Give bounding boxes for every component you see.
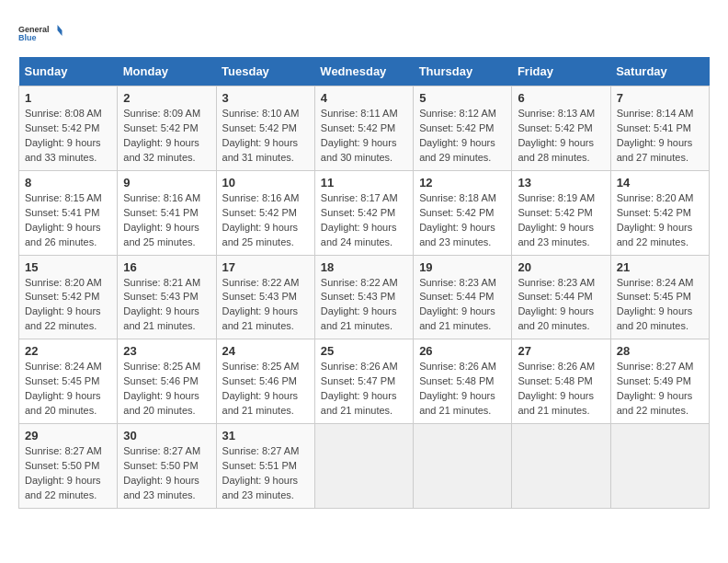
day-cell: 20 Sunrise: 8:23 AM Sunset: 5:44 PM Dayl… bbox=[512, 255, 610, 339]
sunrise-label: Sunrise: bbox=[518, 192, 557, 203]
header-wednesday: Wednesday bbox=[314, 57, 413, 86]
sunrise-value: 8:21 AM bbox=[164, 277, 200, 288]
day-cell: 30 Sunrise: 8:27 AM Sunset: 5:50 PM Dayl… bbox=[118, 424, 216, 509]
daylight-label: Daylight: bbox=[617, 137, 659, 148]
day-info: Sunrise: 8:24 AM Sunset: 5:45 PM Dayligh… bbox=[617, 276, 703, 335]
day-cell: 6 Sunrise: 8:13 AM Sunset: 5:42 PM Dayli… bbox=[512, 86, 610, 171]
sunrise-label: Sunrise: bbox=[222, 361, 262, 372]
daylight-hours: 9 hours bbox=[264, 475, 298, 486]
sunrise-value: 8:15 AM bbox=[64, 192, 101, 203]
sunrise-label: Sunrise: bbox=[123, 108, 163, 119]
daylight-label: Daylight: bbox=[222, 390, 265, 401]
sunset-label: Sunset: bbox=[518, 291, 554, 302]
daylight-hours: 9 hours bbox=[659, 222, 693, 233]
sunset-value: 5:48 PM bbox=[456, 375, 494, 386]
week-row-3: 15 Sunrise: 8:20 AM Sunset: 5:42 PM Dayl… bbox=[19, 255, 710, 339]
sunset-value: 5:41 PM bbox=[62, 207, 99, 218]
daylight-hours: 9 hours bbox=[67, 390, 101, 401]
day-cell: 3 Sunrise: 8:10 AM Sunset: 5:42 PM Dayli… bbox=[216, 86, 314, 171]
daylight-hours: 9 hours bbox=[659, 137, 693, 148]
daylight-minutes: and 20 minutes. bbox=[617, 320, 688, 331]
sunset-label: Sunset: bbox=[419, 291, 456, 302]
day-cell: 17 Sunrise: 8:22 AM Sunset: 5:43 PM Dayl… bbox=[216, 255, 314, 339]
sunrise-value: 8:22 AM bbox=[262, 277, 299, 288]
daylight-minutes: and 22 minutes. bbox=[25, 320, 97, 331]
sunrise-value: 8:22 AM bbox=[360, 277, 397, 288]
daylight-label: Daylight: bbox=[321, 390, 363, 401]
sunset-value: 5:42 PM bbox=[161, 122, 199, 133]
day-number: 15 bbox=[25, 260, 111, 274]
sunrise-label: Sunrise: bbox=[518, 108, 557, 119]
sunset-label: Sunset: bbox=[419, 375, 456, 386]
daylight-minutes: and 25 minutes. bbox=[222, 236, 294, 247]
sunset-label: Sunset: bbox=[123, 375, 160, 386]
sunrise-label: Sunrise: bbox=[321, 277, 360, 288]
sunset-value: 5:50 PM bbox=[161, 460, 199, 471]
sunrise-label: Sunrise: bbox=[123, 192, 163, 203]
day-cell: 31 Sunrise: 8:27 AM Sunset: 5:51 PM Dayl… bbox=[216, 424, 314, 509]
sunrise-label: Sunrise: bbox=[518, 361, 557, 372]
sunset-value: 5:43 PM bbox=[161, 291, 199, 302]
sunrise-value: 8:16 AM bbox=[262, 192, 299, 203]
logo-svg: General Blue bbox=[18, 18, 64, 48]
daylight-minutes: and 29 minutes. bbox=[419, 152, 491, 163]
daylight-label: Daylight: bbox=[617, 305, 659, 316]
sunset-value: 5:42 PM bbox=[259, 122, 297, 133]
sunset-value: 5:48 PM bbox=[555, 375, 593, 386]
sunset-label: Sunset: bbox=[321, 122, 358, 133]
daylight-label: Daylight: bbox=[419, 390, 461, 401]
sunset-label: Sunset: bbox=[25, 375, 62, 386]
sunset-value: 5:47 PM bbox=[358, 375, 395, 386]
day-cell: 12 Sunrise: 8:18 AM Sunset: 5:42 PM Dayl… bbox=[414, 170, 512, 255]
sunset-value: 5:42 PM bbox=[259, 207, 297, 218]
sunset-value: 5:44 PM bbox=[555, 291, 593, 302]
day-number: 26 bbox=[419, 344, 506, 358]
sunset-label: Sunset: bbox=[617, 207, 654, 218]
day-info: Sunrise: 8:25 AM Sunset: 5:46 PM Dayligh… bbox=[123, 360, 210, 419]
daylight-label: Daylight: bbox=[321, 137, 363, 148]
sunset-label: Sunset: bbox=[321, 207, 358, 218]
sunset-value: 5:44 PM bbox=[456, 291, 494, 302]
day-info: Sunrise: 8:26 AM Sunset: 5:48 PM Dayligh… bbox=[419, 360, 506, 419]
daylight-hours: 9 hours bbox=[659, 305, 693, 316]
day-cell: 18 Sunrise: 8:22 AM Sunset: 5:43 PM Dayl… bbox=[314, 255, 413, 339]
daylight-minutes: and 23 minutes. bbox=[123, 489, 195, 500]
day-cell: 26 Sunrise: 8:26 AM Sunset: 5:48 PM Dayl… bbox=[414, 339, 512, 424]
sunset-label: Sunset: bbox=[321, 375, 358, 386]
daylight-hours: 9 hours bbox=[363, 137, 397, 148]
day-number: 16 bbox=[123, 260, 210, 274]
day-info: Sunrise: 8:10 AM Sunset: 5:42 PM Dayligh… bbox=[222, 107, 309, 166]
daylight-hours: 9 hours bbox=[363, 222, 397, 233]
sunset-label: Sunset: bbox=[617, 375, 654, 386]
day-number: 6 bbox=[518, 91, 604, 105]
sunrise-value: 8:26 AM bbox=[460, 361, 496, 372]
daylight-label: Daylight: bbox=[123, 305, 165, 316]
day-info: Sunrise: 8:20 AM Sunset: 5:42 PM Dayligh… bbox=[617, 191, 703, 250]
sunset-label: Sunset: bbox=[617, 122, 654, 133]
sunrise-label: Sunrise: bbox=[518, 277, 557, 288]
header-sunday: Sunday bbox=[19, 57, 118, 86]
sunrise-label: Sunrise: bbox=[617, 108, 656, 119]
sunrise-label: Sunrise: bbox=[25, 108, 64, 119]
sunset-label: Sunset: bbox=[123, 291, 160, 302]
sunset-label: Sunset: bbox=[25, 291, 62, 302]
day-info: Sunrise: 8:11 AM Sunset: 5:42 PM Dayligh… bbox=[321, 107, 407, 166]
sunset-label: Sunset: bbox=[123, 460, 160, 471]
day-cell: 1 Sunrise: 8:08 AM Sunset: 5:42 PM Dayli… bbox=[19, 86, 118, 171]
day-cell: 23 Sunrise: 8:25 AM Sunset: 5:46 PM Dayl… bbox=[118, 339, 216, 424]
daylight-label: Daylight: bbox=[123, 475, 165, 486]
day-number: 11 bbox=[321, 176, 407, 190]
sunset-value: 5:46 PM bbox=[259, 375, 297, 386]
sunset-value: 5:51 PM bbox=[259, 460, 297, 471]
daylight-hours: 9 hours bbox=[165, 305, 199, 316]
day-info: Sunrise: 8:14 AM Sunset: 5:41 PM Dayligh… bbox=[617, 107, 703, 166]
daylight-minutes: and 20 minutes. bbox=[25, 405, 97, 416]
day-info: Sunrise: 8:18 AM Sunset: 5:42 PM Dayligh… bbox=[419, 191, 506, 250]
day-info: Sunrise: 8:23 AM Sunset: 5:44 PM Dayligh… bbox=[419, 276, 506, 335]
daylight-minutes: and 23 minutes. bbox=[419, 236, 491, 247]
day-info: Sunrise: 8:16 AM Sunset: 5:42 PM Dayligh… bbox=[222, 191, 309, 250]
day-number: 25 bbox=[321, 344, 407, 358]
day-info: Sunrise: 8:22 AM Sunset: 5:43 PM Dayligh… bbox=[222, 276, 309, 335]
week-row-2: 8 Sunrise: 8:15 AM Sunset: 5:41 PM Dayli… bbox=[19, 170, 710, 255]
sunrise-value: 8:23 AM bbox=[460, 277, 496, 288]
